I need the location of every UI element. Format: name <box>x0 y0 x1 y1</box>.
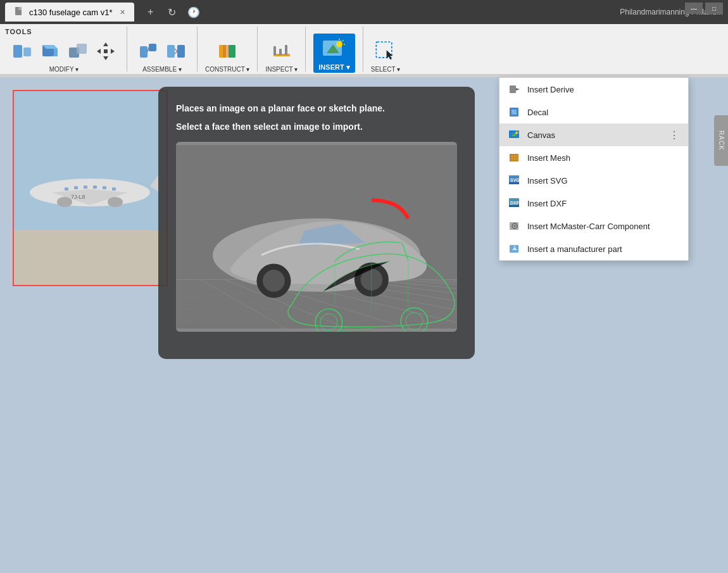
manufacturer-icon <box>508 242 521 255</box>
assemble-btn2[interactable] <box>163 38 189 65</box>
svg-point-28 <box>336 41 342 47</box>
toolbar-group-construct: CONSTRUCT ▾ <box>201 35 253 74</box>
svg-rect-17 <box>167 45 175 58</box>
svg-line-16 <box>147 47 149 52</box>
svg-rect-20 <box>229 45 235 58</box>
svg-point-99 <box>514 225 516 227</box>
preview-line2: Select a face then select an image to im… <box>176 122 457 132</box>
menu-item-manufacturer-label: Insert a manufacturer part <box>527 244 622 254</box>
svg-rect-42 <box>74 186 78 189</box>
menu-item-dxf-label: Insert DXF <box>527 199 567 208</box>
svg-rect-14 <box>140 46 147 58</box>
tab-bar: — □ c130 fuselage cam v1* × + ↻ 🕐 Philan… <box>0 0 728 24</box>
menu-item-insert-dxf[interactable]: DXF Insert DXF <box>499 192 688 215</box>
move-button[interactable] <box>92 38 119 65</box>
svg-rect-15 <box>149 44 156 51</box>
dxf-icon: DXF <box>508 197 521 210</box>
menu-item-insert-derive[interactable]: Insert Derive <box>499 78 688 101</box>
toolbar-group-modify: MODIFY ▾ <box>5 35 123 74</box>
preview-line1: Places an image on a planar face or sket… <box>176 102 457 115</box>
tab-actions: + ↻ 🕐 <box>142 3 203 21</box>
assemble-icons <box>135 38 189 65</box>
canvas-preview-panel: Places an image on a planar face or sket… <box>158 87 475 359</box>
tab-title: c130 fuselage cam v1* <box>29 8 113 17</box>
menu-item-svg-label: Insert SVG <box>527 176 568 186</box>
svg-point-81 <box>515 132 518 134</box>
toolbar-group-select: SELECT ▾ <box>367 35 405 74</box>
modify-icons <box>9 38 119 65</box>
new-tab-button[interactable]: + <box>142 3 160 21</box>
assemble-label: ASSEMBLE ▾ <box>142 66 182 73</box>
svg-rect-92 <box>509 182 519 184</box>
svg-marker-12 <box>111 49 115 54</box>
svg-rect-1 <box>18 7 22 10</box>
svg-point-40 <box>108 197 123 207</box>
menu-item-canvas-label: Canvas <box>527 130 555 140</box>
tab-file-icon <box>14 6 24 18</box>
svg-marker-10 <box>103 56 108 60</box>
refresh-button[interactable]: ↻ <box>163 3 181 21</box>
canvas-more-button[interactable]: ⋮ <box>669 129 679 141</box>
assemble-btn1[interactable] <box>135 38 161 65</box>
box-button[interactable] <box>37 38 63 65</box>
svg-rect-41 <box>65 187 68 191</box>
menu-item-manufacturer[interactable]: Insert a manufacturer part <box>499 237 688 260</box>
tab-close-button[interactable]: × <box>120 7 125 17</box>
svg-rect-8 <box>77 44 87 54</box>
sep-1 <box>127 27 127 72</box>
menu-item-mesh-label: Insert Mesh <box>527 153 570 163</box>
right-panel: RACK <box>714 115 728 166</box>
select-btn1[interactable] <box>372 38 399 65</box>
construct-icons <box>214 38 241 65</box>
menu-item-mcmaster-label: Insert McMaster-Carr Component <box>527 222 650 231</box>
svg-rect-23 <box>273 46 276 55</box>
decal-icon <box>508 106 521 118</box>
svg-text:DXF: DXF <box>510 201 520 205</box>
insert-dropdown-menu: Insert Derive Decal Canva <box>499 77 689 261</box>
toolbar: TOOLS <box>0 24 728 75</box>
sep-5 <box>363 27 363 72</box>
combine-button[interactable] <box>65 38 91 65</box>
inspect-icons <box>268 38 295 65</box>
menu-item-insert-svg[interactable]: SVG Insert SVG <box>499 169 688 192</box>
window-controls: — □ <box>685 3 723 14</box>
menu-item-canvas[interactable]: Canvas ⋮ <box>499 123 688 146</box>
modify-label: MODIFY ▾ <box>49 66 78 73</box>
menu-item-decal-label: Decal <box>527 108 548 117</box>
maximize-button[interactable]: □ <box>705 3 723 14</box>
minimize-button[interactable]: — <box>685 3 703 14</box>
canvas-icon <box>508 129 521 141</box>
insert-button[interactable]: INSERT ▾ <box>313 34 355 73</box>
svg-rect-25 <box>285 45 287 55</box>
svg-rect-45 <box>103 186 106 189</box>
history-button[interactable]: 🕐 <box>185 3 203 21</box>
construct-label: CONSTRUCT ▾ <box>205 66 249 73</box>
tools-label: TOOLS <box>5 28 32 35</box>
inspect-btn1[interactable] <box>268 38 295 65</box>
svg-point-39 <box>57 197 72 207</box>
select-label: SELECT ▾ <box>371 66 401 73</box>
menu-item-insert-derive-label: Insert Derive <box>527 85 574 94</box>
svg-rect-3 <box>23 47 31 56</box>
toolbar-group-inspect: INSPECT ▾ <box>261 35 301 74</box>
svg-point-66 <box>263 270 285 292</box>
active-tab[interactable]: c130 fuselage cam v1* × <box>5 3 134 22</box>
svg-rect-75 <box>510 85 516 93</box>
menu-item-insert-mesh[interactable]: Insert Mesh <box>499 146 688 169</box>
canvas-preview-image <box>176 142 457 332</box>
sep-2 <box>197 27 198 72</box>
svg-rect-24 <box>279 49 282 55</box>
menu-item-decal[interactable]: Decal <box>499 101 688 123</box>
press-pull-button[interactable] <box>9 38 35 65</box>
mesh-icon <box>508 151 521 164</box>
menu-item-mcmaster[interactable]: Insert McMaster-Carr Component <box>499 215 688 237</box>
svg-rect-2 <box>13 45 22 58</box>
mcmaster-icon <box>508 220 521 232</box>
insert-icon <box>320 35 348 63</box>
svg-rect-95 <box>509 205 519 207</box>
svg-marker-9 <box>103 42 108 46</box>
construct-btn1[interactable] <box>214 38 241 65</box>
airplane-background: 7J-L8 <box>13 90 168 286</box>
svg-rect-21 <box>223 45 229 58</box>
svg-rect-44 <box>93 186 97 189</box>
